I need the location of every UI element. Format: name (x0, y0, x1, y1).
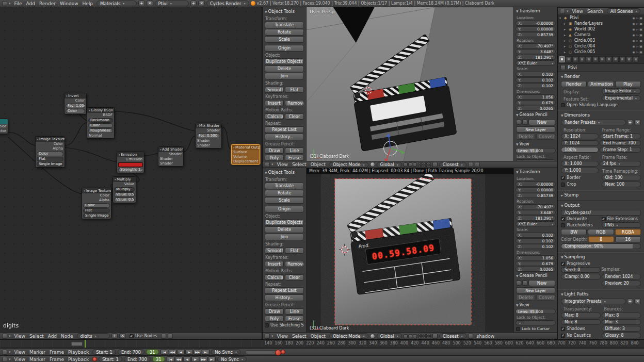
file-extensions-toggle[interactable]: File Extensions (602, 217, 641, 221)
lock-to-cursor-toggle[interactable]: Lock to Cursor (516, 326, 555, 331)
snap-magnet-icon[interactable] (432, 334, 438, 339)
scale-field[interactable]: X:0.102 (516, 72, 556, 77)
playback-button[interactable]: ▶▶ (194, 349, 201, 355)
rotation-field[interactable]: X:-70.497° (516, 204, 556, 209)
emission-color-swatch[interactable] (118, 162, 143, 167)
renderable-icon[interactable]: ▣ (639, 27, 642, 31)
expander-icon[interactable]: ▸ (564, 27, 568, 31)
file-format-selector[interactable]: PNG (602, 222, 641, 228)
viewport-menu-item[interactable]: Object (309, 162, 328, 167)
tab-render-icon[interactable] (559, 56, 565, 62)
renderable-icon[interactable]: ▣ (639, 16, 642, 20)
location-field[interactable]: X:-0.00000 (516, 182, 556, 187)
view-panel-title[interactable]: View (514, 302, 557, 308)
expander-icon[interactable]: ▸ (564, 50, 568, 54)
add-scene-button[interactable]: + (190, 1, 197, 6)
tab-material-icon[interactable] (613, 56, 619, 62)
location-field[interactable]: Y:0.00000 (516, 187, 556, 192)
snap-magnet-icon[interactable] (161, 334, 166, 339)
osl-toggle[interactable]: Open Shading Language (561, 103, 641, 107)
editor-type-icon[interactable] (265, 162, 270, 167)
viewport-menu-item[interactable]: Select (290, 334, 309, 339)
tab-modifiers-icon[interactable] (599, 56, 605, 62)
placeholders-toggle[interactable]: Placeholders (561, 222, 601, 228)
scene-selector[interactable]: Ptivi (155, 1, 189, 6)
clear-button[interactable]: Clear (285, 274, 304, 281)
start-frame-field[interactable]: Start Frame: 1 (600, 134, 641, 139)
close-scene-button[interactable]: ✕ (198, 1, 205, 6)
eraser-icon[interactable] (522, 120, 527, 125)
dimension-field[interactable]: Y:0.679 (516, 261, 556, 266)
grease-new-button[interactable]: New (528, 119, 555, 125)
history-button[interactable]: History... (265, 134, 304, 140)
render-border-icon[interactable] (168, 334, 173, 339)
layers-grid[interactable] (418, 162, 431, 167)
clear-button[interactable]: Clear (285, 113, 304, 120)
lens-field[interactable]: Lens: 35.000 (516, 148, 556, 153)
erase-button[interactable]: Erase (285, 155, 304, 161)
output-panel-title[interactable]: Output (559, 202, 643, 209)
mode-selector[interactable]: Object Mode (329, 333, 368, 339)
topbar-menu-item[interactable]: Render (37, 1, 58, 6)
border-toggle[interactable]: Border (561, 175, 601, 180)
visibility-eye-icon[interactable]: ◉ (632, 27, 635, 31)
outliner-item[interactable]: ▸ ▲ Camera ◉▻▣ (558, 32, 644, 38)
compression-slider[interactable]: Compression: 90% (561, 243, 641, 249)
dimension-field[interactable]: X:1.056 (516, 94, 556, 100)
overwrite-toggle[interactable]: Overwrite (561, 217, 601, 221)
playback-button[interactable]: ▶ (185, 349, 193, 355)
selectable-icon[interactable]: ▻ (636, 27, 639, 31)
renderable-icon[interactable]: ▣ (639, 50, 642, 54)
outliner-filter-selector[interactable]: All Scenes (607, 8, 641, 14)
seed-field[interactable]: Seed: 0 (561, 267, 601, 273)
outliner-item[interactable]: ▸ ○ Circle.004 ◉▻▣ (558, 43, 644, 49)
outliner-menu-item[interactable]: View (570, 9, 585, 14)
visibility-eye-icon[interactable]: ◉ (632, 44, 635, 48)
render-button[interactable]: Render (561, 81, 587, 87)
node-glossy-bsdf[interactable]: Glossy BSDF BSDF Beckmann Color Roughnes… (87, 107, 115, 139)
rotation-order-selector[interactable]: XYZ Euler (516, 221, 556, 226)
snap-target-selector[interactable]: Closest (439, 162, 466, 168)
rgba-toggle[interactable]: RGBA (615, 229, 641, 235)
viewport-shading-icon[interactable] (370, 162, 375, 167)
resolution-y-field[interactable]: Y: 1024 (561, 140, 599, 146)
scale-button[interactable]: Scale (265, 36, 304, 43)
scale-button[interactable]: Scale (265, 197, 304, 204)
duplicate-button[interactable]: Duplicate Objects (265, 219, 304, 226)
scale-manipulator-icon[interactable] (413, 162, 417, 167)
dimensions-panel-title[interactable]: Dimensions (559, 111, 643, 119)
transparency-min-field[interactable]: Min: 8 (561, 319, 601, 325)
node-math-multiply[interactable]: Multiply Value Multiply Value: 0.500 Val… (112, 176, 136, 203)
scale-field[interactable]: Y:0.102 (516, 238, 556, 243)
add-preset-button[interactable]: + (627, 299, 634, 304)
pencil-icon[interactable] (516, 120, 521, 125)
viewport-canvas-rendered[interactable]: Mem: 39.34M, Peak: 44.02M | Elapsed: 00:… (307, 168, 513, 339)
layers-grid[interactable] (418, 334, 431, 338)
selectable-icon[interactable]: ▻ (636, 44, 639, 48)
lens-field[interactable]: Lens: 35.000 (516, 309, 556, 314)
topbar-menu-item[interactable]: Help (81, 1, 95, 6)
tab-render-layers-icon[interactable] (566, 56, 572, 62)
draw-button[interactable]: Draw (265, 308, 284, 315)
grease-pencil-panel-title[interactable]: Grease Pencil (514, 111, 557, 118)
transform-panel-title[interactable]: Transform (514, 169, 557, 175)
clamp-field[interactable]: Clamp: 0.00 (561, 274, 601, 279)
outliner-item[interactable]: ▾ ◆ Ptivi ◉▻▣ (558, 15, 644, 21)
rotate-manipulator-icon[interactable] (408, 162, 412, 167)
join-button[interactable]: Join (265, 73, 304, 79)
record-button[interactable] (92, 357, 97, 361)
transparency-max-field[interactable]: Max: 8 (561, 312, 601, 318)
node-emission[interactable]: Emission Emission Strength: 1.000 (117, 152, 144, 173)
timeline-type-icon[interactable] (2, 350, 7, 355)
remove-preset-button[interactable]: ✕ (634, 120, 641, 125)
node-add-shader[interactable]: Add Shader Shader Shader Shader (158, 146, 184, 167)
rotate-button[interactable]: Rotate (265, 29, 304, 36)
resolution-x-field[interactable]: X: 1024 (561, 134, 599, 139)
feature-set-selector[interactable]: Experimental (602, 95, 641, 101)
remove-preset-button[interactable]: ✕ (634, 299, 641, 304)
scale-field[interactable]: Z:0.102 (516, 83, 556, 88)
selectable-icon[interactable]: ▻ (636, 50, 639, 54)
glossy-bounces-field[interactable]: Glossy: 8 (602, 333, 641, 338)
bounces-max-field[interactable]: Max: 8 (602, 312, 641, 318)
smooth-button[interactable]: Smooth (265, 87, 284, 93)
